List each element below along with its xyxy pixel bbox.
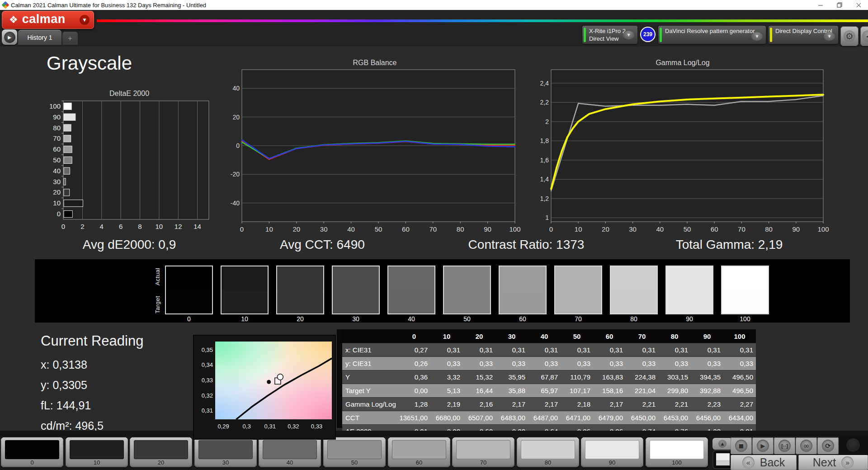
patch-color-swatch [327, 440, 382, 459]
chevron-left-icon: ◀ [862, 30, 868, 42]
swatch-target-half [666, 290, 712, 313]
pattern-window-button[interactable]: [··] [774, 437, 795, 454]
pattern-patch-button-10[interactable]: 10 [66, 437, 128, 467]
swatch-actual-half [277, 266, 323, 290]
current-reading-panel: Current Reading x: 0,3138 y: 0,3305 fL: … [41, 333, 143, 440]
table-gutter [337, 329, 342, 428]
table-cell: 0,31 [495, 343, 528, 357]
tab-label: History 1 [27, 34, 52, 41]
swatch-target-half [166, 290, 212, 313]
table-header-row: 0102030405060708090100 [342, 329, 756, 343]
display-control-dropdown[interactable]: Direct Display Control ▼ [769, 26, 838, 44]
pattern-patch-button-60[interactable]: 60 [388, 437, 450, 467]
pattern-patch-button-0[interactable]: 0 [1, 437, 63, 467]
play-button[interactable]: ▶ [752, 437, 774, 454]
collapse-panel-button[interactable]: ◀ [860, 26, 868, 46]
pattern-patch-button-50[interactable]: 50 [323, 437, 386, 467]
pattern-window-icon: [··] [778, 440, 791, 452]
table-row: Target Y0,005,1316,4435,8865,97107,17158… [342, 384, 756, 398]
y-tick-label: 1,4 [540, 176, 549, 183]
table-cell: 3,32 [430, 370, 463, 384]
table-cell: 107,17 [561, 384, 593, 398]
chevron-down-icon[interactable]: ▼ [623, 31, 634, 39]
y-tick-label: 2,2 [540, 99, 549, 106]
continuous-measure-button[interactable]: ∞ [796, 437, 817, 454]
pattern-patch-button-100[interactable]: 100 [646, 437, 708, 467]
pattern-generator-dropdown[interactable]: DaVinci Resolve pattern generator ▼ [658, 26, 766, 44]
table-cell: 0,26 [398, 357, 430, 370]
session-count-badge[interactable]: 239 [640, 27, 656, 42]
table-cell: 2,17 [495, 398, 528, 411]
calman-menu-chevron-icon[interactable]: ▼ [80, 15, 90, 25]
pattern-patch-button-80[interactable]: 80 [517, 437, 579, 467]
table-row-label: Target Y [342, 384, 398, 398]
table-cell: 13651,00 [398, 411, 430, 425]
pattern-patch-button-40[interactable]: 40 [259, 437, 321, 467]
swatch-target-half [444, 290, 490, 313]
swatch-target-half [222, 290, 268, 313]
deltae-bar [64, 157, 72, 164]
y-tick-label: 0 [57, 210, 61, 218]
patch-level-label: 60 [388, 459, 450, 466]
table-cell: 392,88 [691, 384, 723, 398]
table-cell: 0,33 [691, 357, 723, 370]
patch-level-label: 70 [452, 459, 514, 466]
table-cell: 0,33 [463, 357, 495, 370]
tab-scroll-button[interactable]: ▶ [2, 29, 17, 45]
table-cell: 6507,00 [463, 411, 495, 425]
patch-color-swatch [5, 440, 59, 459]
deltae-bar [64, 189, 70, 196]
x-tick-label: 70 [738, 225, 745, 233]
cie-chart: 0,350,340,330,320,310,290,30,310,320,33 [194, 336, 335, 439]
table-cell: 67,87 [528, 370, 561, 384]
pattern-patch-button-70[interactable]: 70 [452, 437, 514, 467]
inactive-indicator [846, 438, 860, 452]
table-cell: 15,32 [463, 370, 495, 384]
y-tick-label: 50 [53, 156, 61, 164]
table-row: y: CIE310,260,330,330,330,330,330,330,33… [342, 357, 756, 370]
x-tick-label: 10 [575, 225, 582, 233]
tab-history-1[interactable]: History 1 [18, 30, 61, 45]
calman-app-window: Calman 2021 Calman Ultimate for Business… [0, 0, 868, 470]
minimize-button[interactable] [811, 0, 830, 10]
calman-menu-button[interactable]: ❖ calman ▼ [2, 11, 94, 29]
table-header-cell: 30 [495, 329, 528, 343]
back-button[interactable]: « Back [731, 455, 797, 470]
next-button[interactable]: Next » [798, 455, 868, 470]
add-tab-button[interactable]: + [62, 32, 78, 45]
deltae-2000-chart: DeltaE 2000 0246810121410090807060504030… [45, 89, 213, 232]
patch-preview-button[interactable] [713, 451, 732, 468]
grayscale-swatch: 10 [221, 266, 269, 323]
swatch-target-half [388, 290, 434, 313]
patch-preview-target [716, 460, 730, 465]
settings-button[interactable]: ⚙ [840, 26, 859, 46]
patch-options-button[interactable]: ▲ [712, 438, 732, 450]
meter-device-dropdown[interactable]: X-Rite i1Pro 2 Direct View ▼ [582, 26, 637, 44]
table-cell: 6434,00 [723, 411, 756, 425]
stat-total-gamma: Total Gamma: 2,19 [676, 237, 783, 252]
pattern-patch-button-90[interactable]: 90 [581, 437, 643, 467]
pattern-patch-button-20[interactable]: 20 [130, 437, 192, 467]
stat-avg-cct: Avg CCT: 6490 [280, 237, 365, 252]
chevron-down-icon[interactable]: ▼ [824, 32, 835, 41]
chevron-down-icon[interactable]: ▼ [751, 32, 763, 41]
y-tick-label: 40 [53, 167, 61, 175]
restore-button[interactable] [830, 0, 849, 10]
patch-color-swatch [521, 440, 575, 459]
pattern-patch-button-30[interactable]: 30 [194, 437, 257, 467]
close-button[interactable] [849, 0, 868, 10]
stop-icon: ■ [735, 440, 747, 452]
swatch-target-half [611, 290, 657, 313]
table-row-label: Y [342, 370, 398, 384]
patch-level-label: 100 [646, 459, 708, 466]
table-cell: 0,00 [398, 384, 430, 398]
swatch-level-label: 70 [575, 315, 582, 323]
x-tick-label: 12 [175, 223, 182, 230]
table-cell: 1,28 [398, 398, 430, 411]
refresh-button[interactable]: ⟳ [817, 437, 839, 454]
stop-button[interactable]: ■ [731, 437, 752, 454]
y-tick-label: 100 [49, 102, 61, 110]
table-cell: 0,31 [691, 343, 723, 357]
calman-logo-text: calman [22, 12, 66, 26]
patch-color-swatch [392, 440, 446, 459]
